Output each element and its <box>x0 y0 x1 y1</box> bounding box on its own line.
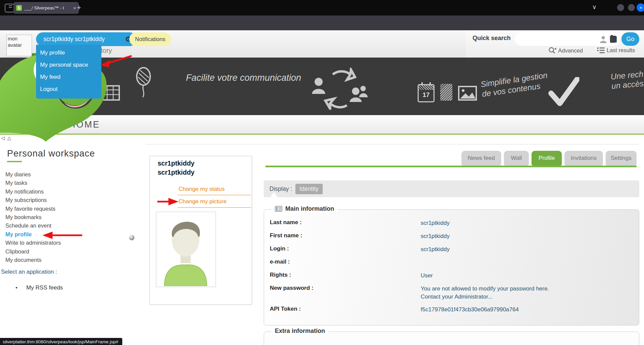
profile-avatar-frame <box>156 212 216 287</box>
sidebar-item-schedule-an-event[interactable]: Schedule an event <box>5 221 117 230</box>
last-results-label: Last results <box>607 47 635 54</box>
annotation-arrow-change-picture <box>156 197 180 206</box>
sidebar-item-clipboard[interactable]: Clipboard <box>5 247 117 256</box>
sidebar-item-my-diaries[interactable]: My diaries <box>5 170 117 179</box>
sidebar-item-my-documents[interactable]: My documents <box>5 256 117 264</box>
field-value: User <box>421 272 433 280</box>
directory-person-icon[interactable] <box>600 35 607 43</box>
loading-sphere-icon <box>129 235 134 240</box>
field-label: New password : <box>270 285 313 291</box>
quick-search-box <box>515 32 620 46</box>
tab-title: ___/ Silverpeas™ - Collabo <box>24 5 64 10</box>
main-information-fieldset: Main information Last name : scr1ptkiddy… <box>264 209 639 325</box>
annotation-arrow-personal-space <box>99 53 134 67</box>
main-information-legend: Main information <box>271 205 337 212</box>
tab-list-chevron-icon[interactable]: ∨ <box>592 3 597 11</box>
sidebar-item-write-to-administrators[interactable]: Write to administrators <box>5 239 117 247</box>
notifications-button[interactable]: Notifications <box>129 32 171 46</box>
chalk-checkmark-icon <box>548 77 579 106</box>
content-top-divider <box>146 144 639 144</box>
field-value: f5c17978e01f473cb30e06a97990a764 <box>421 306 519 314</box>
sidebar-app-my-rss-feeds[interactable]: • My RSS feeds <box>15 284 63 291</box>
window-minimize-button[interactable] <box>617 4 624 11</box>
menu-item-my-profile[interactable]: My profile <box>40 49 101 56</box>
tabs-underline <box>265 166 637 167</box>
change-picture-link-wrap: Change my picture <box>178 198 251 208</box>
field-label: API Token : <box>270 306 301 312</box>
change-my-status-link[interactable]: Change my status <box>178 186 251 195</box>
field-value: You are not allowed to modify your passw… <box>421 285 549 301</box>
workspace-title-underline <box>7 161 22 162</box>
chalk-notepad-icon <box>440 84 452 101</box>
browser-toolbar: ← → ↻ ⌂ silverplatter.thm:8080/silverpea… <box>0 15 644 31</box>
user-name: scr1ptkiddy scr1ptkiddy <box>43 36 105 43</box>
field-label: First name : <box>270 232 302 239</box>
user-dropdown-menu: My profile My personal space My feed Log… <box>36 45 101 99</box>
workspace-title: Personal workspace <box>7 148 95 159</box>
advanced-search-link[interactable]: Advanced <box>548 47 583 54</box>
select-application-label: Select an application : <box>1 269 57 275</box>
address-book-icon[interactable] <box>609 35 617 43</box>
annotation-arrow-my-profile <box>41 231 84 240</box>
field-label: Rights : <box>270 272 291 278</box>
extra-information-fieldset: Extra information <box>264 332 639 345</box>
tab-settings[interactable]: Settings <box>606 151 637 166</box>
default-avatar-image <box>156 212 215 286</box>
site-favicon: S <box>16 5 22 11</box>
sidebar-item-my-bookmarks[interactable]: My bookmarks <box>5 213 117 221</box>
change-status-link-wrap: Change my status <box>178 186 251 195</box>
field-value: scr1ptkiddy <box>421 232 450 240</box>
menu-item-my-personal-space[interactable]: My personal space <box>40 62 101 68</box>
display-filter-panel: Display : Identity <box>264 180 639 197</box>
display-label: Display : <box>269 185 292 193</box>
field-label: e-mail : <box>270 258 290 265</box>
tab-close-icon[interactable]: × <box>73 5 76 11</box>
profile-card-name: scr1ptkiddyscr1ptkiddy <box>158 159 194 177</box>
quick-search-input[interactable] <box>520 36 600 42</box>
advanced-search-icon <box>548 47 556 54</box>
sidebar-menu: My diaries My tasks My notifications My … <box>5 170 117 264</box>
sidebar-item-my-tasks[interactable]: My tasks <box>5 179 117 187</box>
extra-information-legend: Extra information <box>271 327 328 335</box>
field-label: Login : <box>270 245 289 252</box>
chalk-picture-icon <box>458 86 477 101</box>
menu-item-my-feed[interactable]: My feed <box>40 74 101 80</box>
tab-profile[interactable]: Profile <box>532 151 562 166</box>
tab-news-feed[interactable]: News feed <box>461 151 501 166</box>
notifications-label: Notifications <box>135 36 165 42</box>
browser-tab-bar: S ___/ Silverpeas™ - Collabo × + ∨ × <box>0 0 644 15</box>
sidebar-item-my-favorite-requests[interactable]: My favorite requests <box>5 205 117 213</box>
chalk-calendar-icon: 17 <box>418 84 434 102</box>
bullet-icon: • <box>15 284 18 291</box>
firefox-view-icon[interactable] <box>5 4 14 12</box>
last-results-link[interactable]: Last results <box>597 47 635 54</box>
window-maximize-button[interactable] <box>628 4 635 11</box>
browser-tab[interactable]: S ___/ Silverpeas™ - Collabo × <box>13 2 79 14</box>
field-value: scr1ptkiddy <box>421 245 450 253</box>
tab-wall[interactable]: Wall <box>504 151 529 166</box>
quick-search-label: Quick search <box>473 35 511 42</box>
banner-slogan-communication: Facilite votre communication <box>186 73 301 83</box>
identity-badge[interactable]: Identity <box>295 184 322 194</box>
search-go-button[interactable]: Go <box>621 32 639 46</box>
status-tooltip: silverplatter.thm:8080/silverpeas/look/j… <box>0 338 122 345</box>
user-menu-pill[interactable]: scr1ptkiddy scr1ptkiddy ⚙ <box>36 32 136 46</box>
window-close-button[interactable]: × <box>637 3 644 12</box>
panel-notch <box>269 192 278 199</box>
banner-slogan-recherche: Une rechun accès <box>610 69 644 91</box>
tab-invitations[interactable]: Invitations <box>565 151 603 166</box>
sidebar-item-my-subscriptions[interactable]: My subscriptions <box>5 196 117 204</box>
field-label: Last name : <box>270 219 301 226</box>
application-window: S ___/ Silverpeas™ - Collabo × + ∨ × ← →… <box>0 0 644 345</box>
id-card-icon <box>275 206 282 212</box>
app-label: My RSS feeds <box>26 284 63 291</box>
advanced-label: Advanced <box>558 47 583 54</box>
last-results-icon <box>597 47 605 54</box>
menu-item-logout[interactable]: Logout <box>40 86 101 93</box>
chalk-people-sync-icon <box>309 68 372 110</box>
field-value: scr1ptkiddy <box>421 219 450 227</box>
sidebar-item-my-notifications[interactable]: My notifications <box>5 187 117 196</box>
change-my-picture-link[interactable]: Change my picture <box>178 198 251 208</box>
chalk-balloon-icon <box>135 67 152 98</box>
new-tab-button[interactable]: + <box>77 3 81 12</box>
